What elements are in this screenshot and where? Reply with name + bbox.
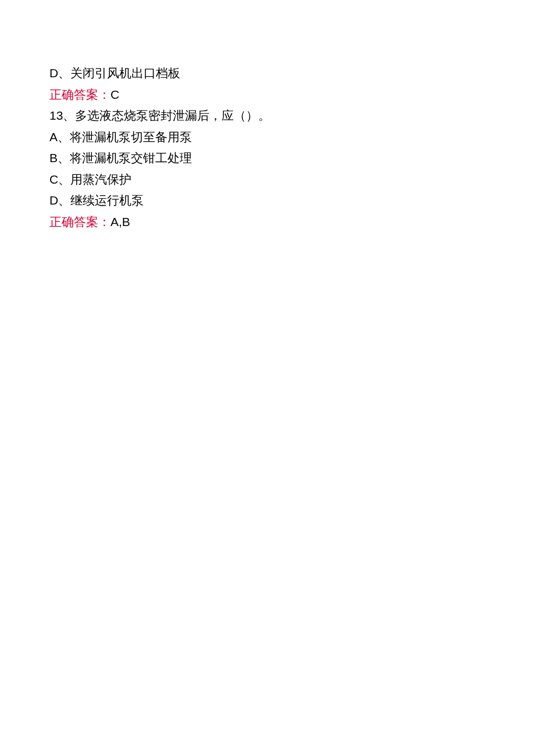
q12-answer-value: C: [110, 88, 119, 101]
q13-stem-text: 、多选液态烧泵密封泄漏后，应（）。: [63, 109, 270, 123]
q13-option-d: D、继续运行机泵: [49, 191, 486, 210]
q13-option-a-letter: A: [49, 130, 58, 144]
q13-stem: 13、多选液态烧泵密封泄漏后，应（）。: [49, 106, 486, 126]
q12-answer: 正确答案：C: [49, 85, 486, 105]
q13-option-a-text: 、将泄漏机泵切至备用泵: [58, 130, 192, 144]
q12-answer-label: 正确答案：: [49, 88, 110, 102]
q13-option-d-text: 、继续运行机泵: [58, 194, 144, 207]
q13-option-c-text: 、用蒸汽保护: [58, 173, 131, 187]
q13-answer-value: A,B: [110, 215, 130, 228]
q13-answer-label: 正确答案：: [49, 215, 110, 229]
q12-option-d-letter: D: [49, 66, 58, 80]
q13-number: 13: [49, 109, 63, 122]
q13-option-c: C、用蒸汽保护: [49, 170, 486, 189]
q13-option-c-letter: C: [49, 173, 58, 186]
q13-option-d-letter: D: [49, 194, 58, 207]
q13-option-b-text: 、将泄漏机泵交钳工处理: [58, 151, 192, 165]
q12-option-d-text: 、关闭引风机出口档板: [58, 66, 180, 80]
q13-option-a: A、将泄漏机泵切至备用泵: [49, 128, 486, 147]
q12-option-d: D、关闭引风机出口档板: [49, 64, 486, 83]
q13-answer: 正确答案：A,B: [49, 213, 486, 232]
q13-option-b: B、将泄漏机泵交钳工处理: [49, 149, 486, 168]
q13-option-b-letter: B: [49, 151, 58, 164]
